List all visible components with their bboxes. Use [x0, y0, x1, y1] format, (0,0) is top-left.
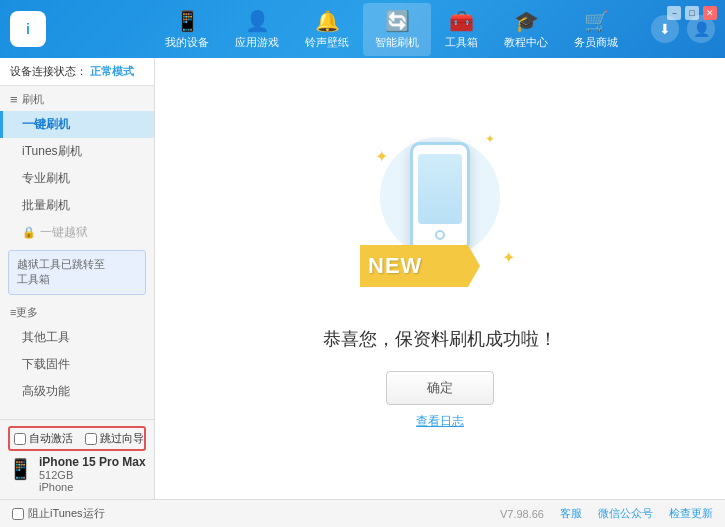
sidebar-item-batch-flash[interactable]: 批量刷机	[0, 192, 154, 219]
win-restore[interactable]: □	[685, 6, 699, 20]
nav-tool-icon: 🧰	[449, 9, 474, 33]
nav-device-icon: 📱	[175, 9, 200, 33]
auto-activate-label[interactable]: 自动激活	[29, 431, 73, 446]
nav-apps-games[interactable]: 👤 应用游戏	[223, 3, 291, 56]
nav-my-device[interactable]: 📱 我的设备	[153, 3, 221, 56]
more-group-text: 更多	[16, 305, 38, 320]
nav-tut-icon: 🎓	[514, 9, 539, 33]
footer-link-update[interactable]: 检查更新	[669, 506, 713, 521]
nav-tutorial[interactable]: 🎓 教程中心	[492, 3, 560, 56]
notice-text: 越狱工具已跳转至工具箱	[17, 258, 105, 285]
device-type: iPhone	[39, 481, 146, 493]
sidebar-status: 设备连接状态： 正常模式	[0, 58, 154, 86]
sidebar-spacer	[0, 405, 154, 419]
nav-apps-label: 应用游戏	[235, 35, 279, 50]
flash-group-icon: ≡	[10, 92, 18, 107]
logo-letter: i	[26, 21, 30, 37]
phone-screen	[418, 154, 462, 224]
flash-section: ≡ 刷机 一键刷机 iTunes刷机 专业刷机 批量刷机 🔒 一键越狱 越狱工具…	[0, 86, 154, 299]
phone-home-btn	[435, 230, 445, 240]
topbar: i 爱思助手 www.i4.cn 📱 我的设备 👤 应用游戏 🔔 铃声壁纸 🔄	[0, 0, 725, 58]
footer-left: 阻止iTunes运行	[12, 506, 105, 521]
footer-link-service[interactable]: 客服	[560, 506, 582, 521]
footer-link-wechat[interactable]: 微信公众号	[598, 506, 653, 521]
auto-activate-item[interactable]: 自动激活	[14, 431, 73, 446]
phone-illustration: ✦ ✦ ✦ NEW	[360, 127, 520, 307]
sidebar-item-advanced[interactable]: 高级功能	[0, 378, 154, 405]
options-row: 自动激活 跳过向导	[8, 426, 146, 451]
win-minimize[interactable]: －	[667, 6, 681, 20]
device-name: iPhone 15 Pro Max	[39, 455, 146, 469]
footer-right: V7.98.66 客服 微信公众号 检查更新	[500, 506, 713, 521]
sparkle-1: ✦	[375, 147, 388, 166]
flash-group-label: ≡ 刷机	[0, 86, 154, 111]
lock-icon: 🔒	[22, 226, 36, 239]
status-label: 设备连接状态：	[10, 65, 87, 77]
sidebar: 设备连接状态： 正常模式 ≡ 刷机 一键刷机 iTunes刷机 专业刷机 批量刷…	[0, 58, 155, 499]
new-label: NEW	[360, 245, 480, 287]
nav-flash-icon: 🔄	[385, 9, 410, 33]
skip-guide-label[interactable]: 跳过向导	[100, 431, 144, 446]
jailbreak-notice: 越狱工具已跳转至工具箱	[8, 250, 146, 295]
footer: 阻止iTunes运行 V7.98.66 客服 微信公众号 检查更新	[0, 499, 725, 527]
sidebar-item-pro-flash[interactable]: 专业刷机	[0, 165, 154, 192]
flash-group-text: 刷机	[22, 92, 44, 107]
phone-body	[410, 142, 470, 252]
device-info: iPhone 15 Pro Max 512GB iPhone	[39, 455, 146, 493]
window-controls[interactable]: － □ ✕	[667, 6, 717, 20]
sidebar-item-one-key-flash[interactable]: 一键刷机	[0, 111, 154, 138]
status-value: 正常模式	[90, 65, 134, 77]
nav-apps-icon: 👤	[245, 9, 270, 33]
more-section: ≡ 更多 其他工具 下载固件 高级功能	[0, 299, 154, 405]
skip-guide-item[interactable]: 跳过向导	[85, 431, 144, 446]
sidebar-item-itunes-flash[interactable]: iTunes刷机	[0, 138, 154, 165]
sparkle-2: ✦	[485, 132, 495, 146]
nav-ring-icon: 🔔	[315, 9, 340, 33]
sidebar-bottom: 自动激活 跳过向导 📱 iPhone 15 Pro Max 512GB iPho…	[0, 419, 154, 499]
nav-tut-label: 教程中心	[504, 35, 548, 50]
sidebar-item-download-firmware[interactable]: 下载固件	[0, 351, 154, 378]
block-itunes-label[interactable]: 阻止iTunes运行	[28, 506, 105, 521]
more-group-label: ≡ 更多	[0, 299, 154, 324]
logo-icon: i	[10, 11, 46, 47]
sidebar-item-jailbreak: 🔒 一键越狱	[0, 219, 154, 246]
nav-toolbox[interactable]: 🧰 工具箱	[433, 3, 490, 56]
log-link[interactable]: 查看日志	[416, 413, 464, 430]
main-layout: 设备连接状态： 正常模式 ≡ 刷机 一键刷机 iTunes刷机 专业刷机 批量刷…	[0, 58, 725, 499]
nav-svc-label: 务员商城	[574, 35, 618, 50]
device-storage: 512GB	[39, 469, 146, 481]
footer-version: V7.98.66	[500, 508, 544, 520]
success-text: 恭喜您，保资料刷机成功啦！	[323, 327, 557, 351]
skip-guide-checkbox[interactable]	[85, 433, 97, 445]
nav-service[interactable]: 🛒 务员商城	[562, 3, 630, 56]
disabled-label: 一键越狱	[40, 224, 88, 241]
main-nav: 📱 我的设备 👤 应用游戏 🔔 铃声壁纸 🔄 智能刷机 🧰 工具箱 🎓	[132, 3, 651, 56]
content-area: ✦ ✦ ✦ NEW 恭喜您，保资料刷机成功啦！ 确定 查看日志	[155, 58, 725, 499]
block-itunes-checkbox[interactable]	[12, 508, 24, 520]
sidebar-item-other-tools[interactable]: 其他工具	[0, 324, 154, 351]
device-row: 📱 iPhone 15 Pro Max 512GB iPhone	[8, 455, 146, 493]
win-close[interactable]: ✕	[703, 6, 717, 20]
auto-activate-checkbox[interactable]	[14, 433, 26, 445]
nav-smart-flash[interactable]: 🔄 智能刷机	[363, 3, 431, 56]
device-icon: 📱	[8, 457, 33, 481]
nav-tool-label: 工具箱	[445, 35, 478, 50]
nav-flash-label: 智能刷机	[375, 35, 419, 50]
nav-ringtones[interactable]: 🔔 铃声壁纸	[293, 3, 361, 56]
sparkle-3: ✦	[502, 248, 515, 267]
success-illustration: ✦ ✦ ✦ NEW	[360, 127, 520, 307]
nav-device-label: 我的设备	[165, 35, 209, 50]
confirm-button[interactable]: 确定	[386, 371, 494, 405]
nav-ring-label: 铃声壁纸	[305, 35, 349, 50]
new-ribbon: NEW	[360, 245, 480, 287]
nav-svc-icon: 🛒	[584, 9, 609, 33]
